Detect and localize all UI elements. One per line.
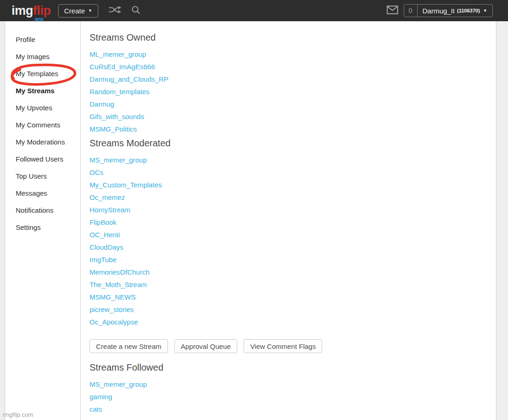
stream-link[interactable]: The_Moth_Stream <box>90 278 147 291</box>
stream-link[interactable]: Darmug <box>90 98 114 110</box>
stream-link[interactable]: Gifs_with_sounds <box>90 110 144 123</box>
sidebar-item-my-templates[interactable]: My Templates <box>5 65 80 82</box>
create-button-label: Create <box>64 7 85 15</box>
stream-link[interactable]: My_Custom_Templates <box>90 179 162 191</box>
stream-link[interactable]: HornyStream <box>90 204 130 216</box>
stream-link[interactable]: Oc_memez <box>90 191 125 204</box>
view-comment-flags-button[interactable]: View Comment Flags <box>244 339 322 353</box>
sidebar-item-my-images[interactable]: My Images <box>5 48 80 65</box>
stream-link[interactable]: MSMG_Politics <box>90 123 137 135</box>
streams-followed-title: Streams Followed <box>90 360 496 374</box>
user-id: (1106370) <box>457 8 480 13</box>
shuffle-icon[interactable] <box>108 6 121 16</box>
stream-actions: Create a new Stream Approval Queue View … <box>90 339 496 353</box>
stream-link[interactable]: OCs <box>90 166 103 179</box>
streams-moderated-list: MS_memer_group OCs My_Custom_Templates O… <box>90 154 496 328</box>
sidebar-item-settings[interactable]: Settings <box>5 219 80 236</box>
stream-link[interactable]: ImgTube <box>90 253 117 266</box>
create-button[interactable]: Create ▼ <box>58 4 98 18</box>
create-new-stream-button[interactable]: Create a new Stream <box>90 339 168 353</box>
stream-link[interactable]: ML_memer_group <box>90 48 146 60</box>
stream-link[interactable]: OC_Henti <box>90 228 120 241</box>
stream-link[interactable]: MSMG_NEWS <box>90 291 136 303</box>
streams-followed-list: MS_memer_group gaming cats <box>90 378 496 415</box>
streams-owned-title: Streams Owned <box>90 30 496 44</box>
stream-link[interactable]: Random_templates <box>90 85 149 98</box>
stream-link[interactable]: gaming <box>90 390 112 403</box>
sidebar-item-top-users[interactable]: Top Users <box>5 168 80 185</box>
sidebar-item-my-upvotes[interactable]: My Upvotes <box>5 99 80 116</box>
stream-link[interactable]: FlipBook <box>90 216 116 228</box>
imgflip-logo[interactable]: imgflip pro <box>12 5 51 17</box>
streams-moderated-title: Streams Moderated <box>90 136 496 150</box>
navbar-right-group: 0 Darmug_II (1106370) ▼ <box>387 4 493 17</box>
mail-icon[interactable] <box>387 6 398 16</box>
imgflip-watermark: imgflip.com <box>3 411 33 418</box>
streams-owned-list: ML_memer_group CuRsEd_ImAgEs666 Darmug_a… <box>90 48 496 135</box>
sidebar: Profile My Images My Templates My Stream… <box>5 21 81 420</box>
stream-link[interactable]: cats <box>90 403 102 415</box>
user-menu[interactable]: Darmug_II (1106370) ▼ <box>418 5 493 17</box>
stream-link[interactable]: Darmug_and_Clouds_RP <box>90 73 168 85</box>
stream-link[interactable]: MS_memer_group <box>90 154 147 166</box>
stream-link[interactable]: picrew_stories <box>90 303 134 316</box>
sidebar-item-messages[interactable]: Messages <box>5 185 80 202</box>
main-content: Streams Owned ML_memer_group CuRsEd_ImAg… <box>81 21 496 420</box>
logo-pro-badge: pro <box>35 17 43 22</box>
stream-link[interactable]: Oc_Apocalypse <box>90 316 138 328</box>
search-icon[interactable] <box>131 6 140 16</box>
caret-down-icon: ▼ <box>483 9 487 13</box>
logo-flip-text: flip <box>33 4 51 18</box>
sidebar-item-profile[interactable]: Profile <box>5 31 80 48</box>
logo-img-text: img <box>12 4 33 18</box>
stream-link[interactable]: CloudDays <box>90 241 123 253</box>
sidebar-item-my-moderations[interactable]: My Moderations <box>5 133 80 150</box>
sidebar-item-my-comments[interactable]: My Comments <box>5 116 80 133</box>
stream-link[interactable]: CuRsEd_ImAgEs666 <box>90 60 155 73</box>
username: Darmug_II <box>423 7 455 15</box>
stream-link[interactable]: MS_memer_group <box>90 378 147 390</box>
page-body: Profile My Images My Templates My Stream… <box>5 21 496 420</box>
top-navbar: imgflip pro Create ▼ 0 Darmug_ <box>0 0 508 21</box>
sidebar-item-notifications[interactable]: Notifications <box>5 202 80 219</box>
stream-link[interactable]: MemoriesOfChurch <box>90 266 149 278</box>
sidebar-item-my-streams[interactable]: My Streams <box>5 82 80 99</box>
approval-queue-button[interactable]: Approval Queue <box>174 339 237 353</box>
caret-down-icon: ▼ <box>88 9 92 13</box>
user-box: 0 Darmug_II (1106370) ▼ <box>404 4 493 17</box>
sidebar-item-followed-users[interactable]: Followed Users <box>5 150 80 168</box>
message-count-badge[interactable]: 0 <box>404 5 418 17</box>
